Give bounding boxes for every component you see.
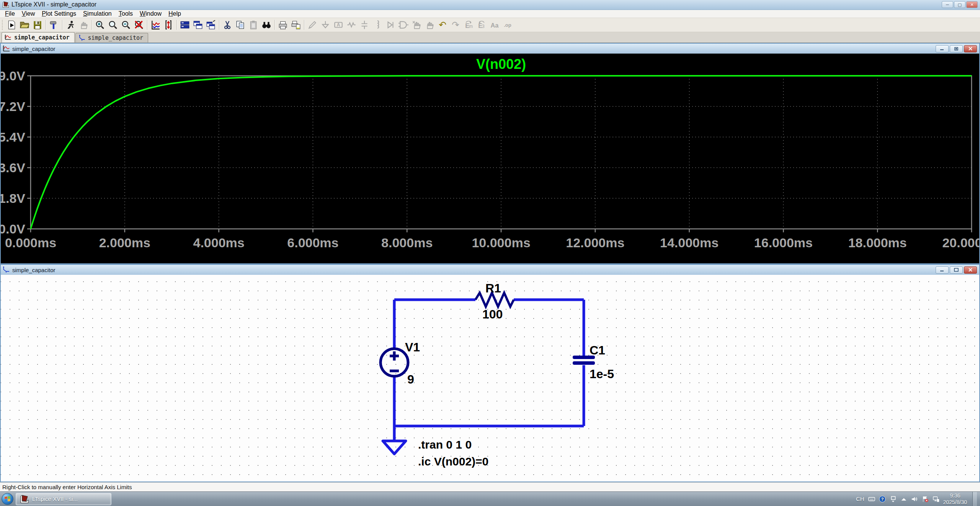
diode-icon xyxy=(385,20,395,30)
zoom-area-button[interactable] xyxy=(106,19,119,31)
schematic-drawing: R1 100 V1 9 C1 1e-5 .tran 0 1 0 .ic V(n0… xyxy=(1,275,979,482)
network-icon[interactable] xyxy=(933,496,939,503)
cut-button[interactable] xyxy=(221,19,234,31)
undo-icon: ↶ xyxy=(438,20,448,30)
wire-button[interactable] xyxy=(306,19,319,31)
ground-symbol[interactable] xyxy=(383,441,406,454)
menu-item-file[interactable]: File xyxy=(2,10,18,18)
svg-text:8.000ms: 8.000ms xyxy=(381,235,433,250)
drag-button[interactable] xyxy=(423,19,436,31)
component-button[interactable] xyxy=(397,19,410,31)
copy-button[interactable] xyxy=(234,19,247,31)
show-hidden-icons-button[interactable] xyxy=(900,496,907,503)
capacitor-button[interactable] xyxy=(358,19,371,31)
menu-item-help[interactable]: Help xyxy=(165,10,185,18)
find-button[interactable] xyxy=(260,19,273,31)
halt-button[interactable] xyxy=(64,19,77,31)
taskbar-clock[interactable]: 9:36 2025/8/30 xyxy=(943,493,967,506)
redo-icon: ↷ xyxy=(451,20,461,30)
save-icon xyxy=(33,20,42,30)
taskbar-app-label: LTspice XVII - si... xyxy=(32,496,78,502)
plot-panes-button[interactable] xyxy=(178,19,191,31)
text-button[interactable]: Aa xyxy=(488,19,501,31)
ground-button[interactable] xyxy=(319,19,332,31)
source-name-label[interactable]: V1 xyxy=(405,340,420,354)
start-button[interactable] xyxy=(2,493,13,505)
mirror-button[interactable]: Em xyxy=(462,19,475,31)
plot-panes-icon xyxy=(180,20,190,30)
schematic-minimize-button[interactable] xyxy=(936,266,949,274)
control-panel-button[interactable] xyxy=(47,19,60,31)
print-button[interactable] xyxy=(276,19,289,31)
undo-button[interactable]: ↶ xyxy=(436,19,449,31)
zoom-out-button[interactable] xyxy=(119,19,132,31)
taskbar-app-button-ltspice[interactable]: LTspice XVII - si... xyxy=(16,493,111,505)
capacitor-name-label[interactable]: C1 xyxy=(590,343,605,357)
voltage-source-symbol[interactable] xyxy=(381,349,408,376)
copy-bitmap-icon xyxy=(206,20,216,30)
svg-text:20.000ms: 20.000ms xyxy=(942,235,979,250)
tab-waveform-simple_capacitor[interactable]: simple_capacitor xyxy=(2,32,75,42)
duplicate-plot-button[interactable] xyxy=(191,19,204,31)
open-button[interactable] xyxy=(18,19,31,31)
menu-item-plot-settings[interactable]: Plot Settings xyxy=(38,10,80,18)
schematic-maximize-button[interactable] xyxy=(950,266,963,274)
vertical-range-icon xyxy=(163,20,173,30)
schematic-canvas[interactable]: R1 100 V1 9 C1 1e-5 .tran 0 1 0 .ic V(n0… xyxy=(1,275,979,482)
waveform-window: simple_capacitor 0.0V1.8V3.6V5.4V7.2V9.0… xyxy=(0,43,980,264)
ltspice-logo-icon xyxy=(2,1,9,8)
minimize-button[interactable]: ─ xyxy=(942,1,953,8)
redo-button[interactable]: ↷ xyxy=(449,19,462,31)
run-button[interactable] xyxy=(5,19,18,31)
svg-text:10.000ms: 10.000ms xyxy=(472,235,530,250)
help-tray-icon[interactable]: ? xyxy=(879,496,886,503)
language-indicator[interactable]: CH xyxy=(856,496,864,502)
volume-icon[interactable] xyxy=(911,496,918,503)
trace-legend-title[interactable]: V(n002) xyxy=(476,56,526,72)
save-button[interactable] xyxy=(31,19,44,31)
maximize-button[interactable]: ▢ xyxy=(954,1,965,8)
move-button[interactable] xyxy=(410,19,423,31)
toolbar-separator xyxy=(274,20,275,30)
schematic-close-button[interactable] xyxy=(964,266,977,274)
copy-bitmap-button[interactable] xyxy=(204,19,217,31)
close-button[interactable]: ✕ xyxy=(966,1,978,8)
toolbar-grip xyxy=(2,20,4,30)
keyboard-icon[interactable] xyxy=(868,496,875,503)
pause-hand-button[interactable] xyxy=(77,19,90,31)
menu-item-tools[interactable]: Tools xyxy=(115,10,136,18)
waveform-restore-button[interactable] xyxy=(950,45,963,52)
rotate-button[interactable]: E3 xyxy=(475,19,488,31)
resistor-value-label[interactable]: 100 xyxy=(482,307,503,321)
menu-item-window[interactable]: Window xyxy=(136,10,165,18)
source-value-label[interactable]: 9 xyxy=(407,372,414,386)
autorange-y-button[interactable] xyxy=(149,19,162,31)
inductor-button[interactable] xyxy=(371,19,384,31)
label-net-button[interactable]: A xyxy=(332,19,345,31)
paste-button[interactable] xyxy=(247,19,260,31)
ic-directive-text[interactable]: .ic V(n002)=0 xyxy=(418,455,488,468)
ime-toolbar-icon[interactable] xyxy=(890,496,897,503)
waveform-close-button[interactable] xyxy=(964,45,977,52)
resistor-button[interactable] xyxy=(345,19,358,31)
zoom-extents-button[interactable] xyxy=(132,19,145,31)
window-title: LTspice XVII - simple_capacitor xyxy=(11,1,96,8)
waveform-plot[interactable]: 0.0V1.8V3.6V5.4V7.2V9.0V0.000ms2.000ms4.… xyxy=(1,54,979,263)
paste-icon xyxy=(248,20,258,30)
print-preview-button[interactable] xyxy=(289,19,302,31)
menu-item-simulation[interactable]: Simulation xyxy=(80,10,115,18)
capacitor-value-label[interactable]: 1e-5 xyxy=(590,367,614,381)
spice-directive-button[interactable]: .op xyxy=(501,19,514,31)
vertical-range-button[interactable] xyxy=(162,19,175,31)
diode-button[interactable] xyxy=(384,19,397,31)
waveform-tab-icon xyxy=(4,34,12,41)
tran-directive-text[interactable]: .tran 0 1 0 xyxy=(418,438,472,451)
tab-schematic-simple_capacitor[interactable]: simple_capacitor xyxy=(75,33,149,42)
resistor-name-label[interactable]: R1 xyxy=(485,281,501,295)
show-desktop-button[interactable] xyxy=(972,492,977,506)
menu-item-view[interactable]: View xyxy=(18,10,38,18)
waveform-minimize-button[interactable] xyxy=(936,45,949,52)
action-center-flag-icon[interactable] xyxy=(922,496,929,503)
zoom-in-button[interactable] xyxy=(93,19,106,31)
spice-directive-icon: .op xyxy=(503,20,513,30)
